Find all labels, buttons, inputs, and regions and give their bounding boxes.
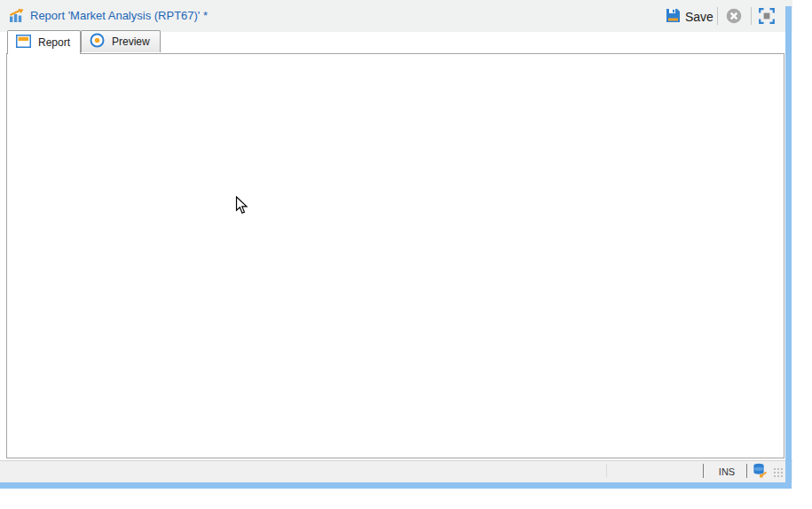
tab-preview[interactable]: Preview xyxy=(81,30,161,52)
mouse-cursor xyxy=(235,196,248,218)
close-icon[interactable] xyxy=(726,8,742,27)
status-bar xyxy=(0,460,792,482)
insert-mode-indicator: INS xyxy=(710,466,744,477)
save-icon xyxy=(666,8,681,26)
report-chart-icon xyxy=(9,8,26,26)
report-tab-icon xyxy=(16,35,31,51)
statusbar-separator xyxy=(606,464,607,478)
eye-icon xyxy=(90,33,105,51)
toolbar-separator xyxy=(717,7,718,25)
tab-report[interactable]: Report xyxy=(7,30,81,54)
vertical-scrollbar[interactable] xyxy=(785,6,792,489)
title-bar: Report 'Market Analysis (RPT67)' * Save xyxy=(0,0,792,32)
horizontal-scrollbar[interactable] xyxy=(0,482,792,489)
tab-preview-label: Preview xyxy=(112,35,150,48)
tab-report-label: Report xyxy=(38,36,70,49)
save-button[interactable]: Save xyxy=(666,6,713,27)
app-window: Report 'Market Analysis (RPT67)' * Save xyxy=(0,0,812,509)
toolbar-separator xyxy=(751,7,752,25)
report-form-panel xyxy=(6,53,784,458)
statusbar-separator xyxy=(746,464,747,478)
database-connection-icon[interactable] xyxy=(753,463,768,482)
resize-grip[interactable] xyxy=(774,468,784,479)
page-title: Report 'Market Analysis (RPT67)' * xyxy=(30,9,208,22)
statusbar-separator xyxy=(703,464,704,478)
save-button-label: Save xyxy=(685,10,713,24)
fullscreen-icon[interactable] xyxy=(759,8,775,27)
